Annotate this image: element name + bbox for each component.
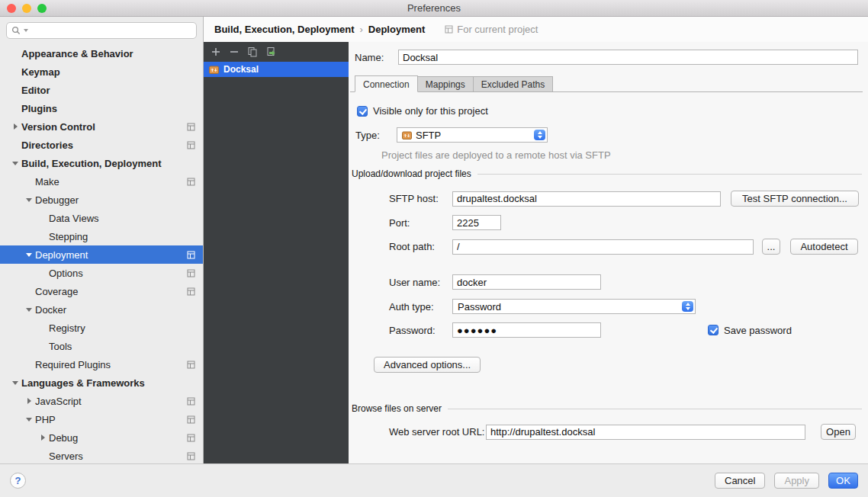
name-input[interactable] (398, 50, 858, 65)
sidebar-item-javascript[interactable]: JavaScript (0, 392, 203, 410)
sidebar-item-label: Directories (21, 139, 73, 151)
sidebar-item-label: Coverage (35, 286, 78, 297)
name-label: Name: (355, 52, 398, 63)
section-browse: Browse files on server (352, 403, 862, 414)
root-path-browse-button[interactable]: ... (762, 239, 780, 255)
sidebar-item-languages-frameworks[interactable]: Languages & Frameworks (0, 374, 203, 392)
sftp-host-input[interactable] (452, 191, 721, 207)
zoom-button[interactable] (37, 4, 47, 13)
tree-expand-arrow-icon[interactable] (23, 303, 35, 316)
sidebar-item-registry[interactable]: Registry (0, 319, 203, 337)
sidebar-item-plugins[interactable]: Plugins (0, 99, 203, 117)
sidebar-item-label: Required Plugins (35, 359, 111, 370)
password-input[interactable] (452, 322, 601, 338)
sidebar-item-label: Debugger (35, 194, 79, 206)
tree-arrow (23, 358, 35, 370)
port-input[interactable] (452, 215, 501, 230)
apply-button[interactable]: Apply (774, 473, 819, 489)
search-options-caret-icon[interactable] (24, 29, 28, 32)
sftp-server-icon (209, 65, 219, 75)
add-button[interactable] (208, 45, 223, 59)
visible-only-label: Visible only for this project (373, 105, 488, 117)
sidebar-item-label: Appearance & Behavior (21, 48, 133, 59)
type-dropdown[interactable]: SFTP (397, 127, 548, 143)
help-button[interactable]: ? (10, 473, 26, 489)
tree-collapse-arrow-icon[interactable] (9, 120, 21, 133)
tab-connection[interactable]: Connection (355, 75, 418, 92)
autodetect-button[interactable]: Autodetect (790, 239, 858, 255)
tree-expand-arrow-icon[interactable] (9, 377, 21, 389)
tree-expand-arrow-icon[interactable] (23, 194, 35, 206)
test-sftp-connection-button[interactable]: Test SFTP connection... (731, 191, 859, 207)
shared-config-icon (187, 452, 195, 460)
auth-type-dropdown[interactable]: Password (452, 299, 696, 314)
sidebar-item-label: Docker (35, 304, 66, 316)
visible-only-checkbox[interactable] (357, 106, 368, 117)
root-path-input[interactable] (452, 239, 754, 255)
sidebar-item-coverage[interactable]: Coverage (0, 282, 203, 300)
tree-arrow (37, 212, 49, 224)
ok-button[interactable]: OK (828, 473, 858, 489)
sidebar-item-options[interactable]: Options (0, 264, 203, 282)
auth-type-value: Password (458, 301, 501, 313)
sidebar-item-appearance-behavior[interactable]: Appearance & Behavior (0, 44, 203, 63)
sidebar-item-stepping[interactable]: Stepping (0, 227, 203, 245)
tree-collapse-arrow-icon[interactable] (37, 431, 49, 444)
open-button[interactable]: Open (821, 424, 856, 440)
shared-config-icon (187, 141, 195, 149)
user-name-input[interactable] (452, 274, 601, 290)
sidebar-item-debug[interactable]: Debug (0, 428, 203, 447)
root-path-label: Root path: (389, 241, 452, 252)
tree-arrow (9, 84, 21, 96)
sidebar-item-tools[interactable]: Tools (0, 337, 203, 355)
copy-button[interactable] (245, 45, 259, 59)
sftp-host-label: SFTP host: (389, 193, 452, 204)
password-label: Password: (389, 325, 452, 336)
section-browse-label: Browse files on server (352, 403, 442, 414)
sidebar-item-build-execution-deployment[interactable]: Build, Execution, Deployment (0, 154, 203, 172)
save-password-checkbox[interactable] (708, 325, 719, 335)
sidebar-item-servers[interactable]: Servers (0, 447, 203, 463)
sidebar-item-label: Debug (49, 432, 78, 444)
sidebar-item-directories[interactable]: Directories (0, 136, 203, 154)
sidebar-item-editor[interactable]: Editor (0, 81, 203, 99)
tab-excluded-paths[interactable]: Excluded Paths (473, 76, 553, 91)
minimize-button[interactable] (22, 4, 31, 13)
paste-button[interactable] (263, 45, 278, 59)
search-box[interactable] (6, 22, 197, 39)
tree-arrow (9, 47, 21, 59)
server-list-item[interactable]: Docksal (204, 62, 349, 77)
sidebar-item-data-views[interactable]: Data Views (0, 209, 203, 227)
breadcrumb-parent[interactable]: Build, Execution, Deployment (214, 24, 354, 35)
close-button[interactable] (7, 4, 16, 13)
sidebar-item-docker[interactable]: Docker (0, 300, 203, 319)
cancel-button[interactable]: Cancel (715, 473, 765, 489)
shared-config-icon (187, 287, 195, 296)
tree-expand-arrow-icon[interactable] (23, 248, 35, 261)
type-value: SFTP (416, 130, 441, 141)
sidebar-item-label: Deployment (35, 249, 88, 261)
advanced-options-button[interactable]: Advanced options... (374, 357, 481, 373)
tree-collapse-arrow-icon[interactable] (23, 395, 35, 407)
sidebar-item-required-plugins[interactable]: Required Plugins (0, 355, 203, 374)
sidebar-item-php[interactable]: PHP (0, 410, 203, 428)
sidebar-item-deployment[interactable]: Deployment (0, 245, 203, 264)
tree-expand-arrow-icon[interactable] (23, 413, 35, 425)
sidebar-item-keymap[interactable]: Keymap (0, 63, 203, 81)
tree-expand-arrow-icon[interactable] (9, 157, 21, 169)
web-root-input[interactable] (486, 425, 805, 440)
remove-button[interactable] (227, 45, 241, 59)
deployment-form: Name: Connection Mappings Excluded Paths… (349, 42, 868, 463)
tab-mappings[interactable]: Mappings (417, 76, 474, 91)
sidebar-item-make[interactable]: Make (0, 172, 203, 191)
tree-arrow (9, 66, 21, 78)
port-label: Port: (389, 217, 452, 229)
project-scope-icon (445, 25, 453, 34)
sidebar-item-version-control[interactable]: Version Control (0, 117, 203, 136)
tree-arrow (23, 285, 35, 297)
section-upload: Upload/download project files (352, 168, 862, 179)
scope-indicator: For current project (445, 24, 538, 35)
search-input[interactable] (31, 24, 191, 37)
shared-config-icon (187, 361, 195, 369)
sidebar-item-debugger[interactable]: Debugger (0, 191, 203, 209)
